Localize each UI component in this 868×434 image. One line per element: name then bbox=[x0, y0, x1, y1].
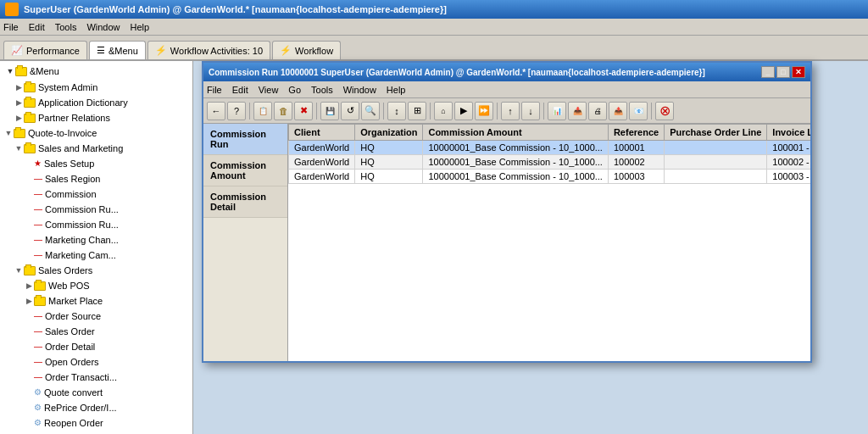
back-button[interactable]: ← bbox=[207, 102, 225, 120]
table-area[interactable]: Client Organization Commission Amount Re… bbox=[288, 124, 810, 361]
cell-commission: 10000001_Base Commission - 10_1000... bbox=[423, 141, 608, 155]
form-label-commission-run[interactable]: Commission Run bbox=[203, 124, 287, 155]
sidebar-item-order-source[interactable]: — Order Source bbox=[3, 309, 189, 324]
delete-button[interactable]: 🗑 bbox=[274, 102, 292, 120]
comm-menu-file[interactable]: File bbox=[207, 85, 222, 95]
cell-client: GardenWorld bbox=[289, 141, 355, 155]
cell-client: GardenWorld bbox=[289, 170, 355, 184]
table-row[interactable]: GardenWorld HQ 10000001_Base Commission … bbox=[289, 141, 811, 155]
cell-commission: 10000001_Base Commission - 10_1000... bbox=[423, 170, 608, 184]
sidebar-item-marketing-camp[interactable]: — Marketing Cam... bbox=[3, 248, 189, 263]
comm-menu-window[interactable]: Window bbox=[343, 85, 376, 95]
menu-tools[interactable]: Tools bbox=[55, 22, 77, 32]
workflow2-icon: ⚡ bbox=[280, 45, 292, 56]
export-button[interactable]: 📤 bbox=[609, 102, 627, 120]
save-button[interactable]: 💾 bbox=[320, 102, 339, 120]
table-row[interactable]: GardenWorld HQ 10000001_Base Commission … bbox=[289, 170, 811, 184]
sidebar-item-open-orders[interactable]: — Open Orders bbox=[3, 354, 189, 370]
sidebar-item-order-detail[interactable]: — Order Detail bbox=[3, 339, 189, 354]
sidebar-item-quote-convert[interactable]: ⚙ Quote convert bbox=[3, 385, 189, 400]
commission-toolbar: ← ? 📋 🗑 ✖ 💾 ↺ 🔍 ↕ ⊞ ⌂ ▶ ⏩ ↑ ↓ bbox=[203, 98, 810, 124]
new-button[interactable]: 📋 bbox=[253, 102, 272, 120]
menu-edit[interactable]: Edit bbox=[29, 22, 45, 32]
comm-menu-go[interactable]: Go bbox=[288, 85, 301, 95]
comm-menu-tools[interactable]: Tools bbox=[311, 85, 333, 95]
close-record-button[interactable]: ✖ bbox=[294, 102, 313, 120]
sidebar-root-label: &Menu bbox=[30, 66, 59, 76]
sidebar-item-marketing-chan[interactable]: — Marketing Chan... bbox=[3, 232, 189, 248]
web-pos-folder-icon bbox=[34, 281, 46, 291]
print-button[interactable]: 🖨 bbox=[588, 102, 607, 120]
close-button[interactable]: ✕ bbox=[792, 66, 805, 78]
minimize-button[interactable]: _ bbox=[761, 66, 775, 78]
system-admin-folder-icon bbox=[24, 83, 36, 92]
col-client: Client bbox=[289, 125, 355, 141]
menu-file[interactable]: File bbox=[3, 22, 19, 32]
form-label-commission-amount[interactable]: Commission Amount bbox=[203, 155, 287, 186]
form-label-commission-detail[interactable]: Commission Detail bbox=[203, 186, 287, 218]
sidebar-item-order-transact[interactable]: — Order Transacti... bbox=[3, 370, 189, 385]
chart-button[interactable]: 📊 bbox=[548, 102, 566, 120]
root-toggle: ▼ bbox=[5, 66, 15, 76]
sidebar-item-app-dict[interactable]: ▶ Application Dictionary bbox=[3, 95, 189, 110]
import-button[interactable]: 📥 bbox=[568, 102, 587, 120]
commission-menubar: File Edit View Go Tools Window Help bbox=[203, 81, 810, 98]
tab-performance[interactable]: 📈 Performance bbox=[3, 41, 87, 59]
sidebar-item-sales-order[interactable]: — Sales Order bbox=[3, 324, 189, 339]
commission-run1-icon: — bbox=[34, 203, 42, 216]
table-row[interactable]: GardenWorld HQ 10000001_Base Commission … bbox=[289, 155, 811, 170]
cancel-button[interactable]: ⊗ bbox=[655, 102, 674, 120]
cell-po-line bbox=[665, 170, 767, 184]
fast-forward-button[interactable]: ⏩ bbox=[475, 102, 493, 120]
sales-marketing-folder-icon bbox=[24, 144, 36, 153]
sidebar-root[interactable]: ▼ &Menu bbox=[3, 64, 189, 78]
sidebar-item-commission[interactable]: — Commission bbox=[3, 186, 189, 202]
sidebar-item-partner-rel[interactable]: ▶ Partner Relations bbox=[3, 110, 189, 125]
cell-org: HQ bbox=[355, 141, 423, 155]
menu-help[interactable]: Help bbox=[131, 22, 150, 32]
sidebar-item-order-batch[interactable]: ⚙ Order Batch Pr... bbox=[3, 431, 189, 434]
grid-button[interactable]: ⊞ bbox=[408, 102, 426, 120]
tb-sep7 bbox=[651, 103, 652, 120]
sidebar-item-quote-invoice[interactable]: ▼ Quote-to-Invoice bbox=[3, 125, 189, 141]
cell-invoice-line: 100003 - 2012-06-10 0 bbox=[767, 170, 810, 184]
tab-workflow-activities[interactable]: ⚡ Workflow Activities: 10 bbox=[147, 41, 270, 59]
sidebar-item-reprice-order[interactable]: ⚙ RePrice Order/I... bbox=[3, 400, 189, 415]
tab-menu[interactable]: ☰ &Menu bbox=[89, 41, 146, 59]
commission-icon: — bbox=[34, 187, 42, 201]
commission-window: Commission Run 10000001 SuperUser (Garde… bbox=[202, 61, 812, 363]
sidebar-item-web-pos[interactable]: ▶ Web POS bbox=[3, 278, 189, 293]
help-button[interactable]: ? bbox=[227, 102, 246, 120]
sidebar-item-system-admin[interactable]: ▶ System Admin bbox=[3, 80, 189, 95]
refresh-button[interactable]: ↺ bbox=[341, 102, 359, 120]
comm-menu-help[interactable]: Help bbox=[387, 85, 406, 95]
search-button[interactable]: 🔍 bbox=[361, 102, 380, 120]
cell-client: GardenWorld bbox=[289, 155, 355, 170]
col-commission-amount: Commission Amount bbox=[423, 125, 608, 141]
sidebar-item-sales-orders[interactable]: ▼ Sales Orders bbox=[3, 263, 189, 278]
main-tabs: 📈 Performance ☰ &Menu ⚡ Workflow Activit… bbox=[0, 36, 868, 61]
cell-invoice-line: 100001 - 2012-06-10 0 bbox=[767, 141, 810, 155]
email-button[interactable]: 📧 bbox=[629, 102, 648, 120]
marketing-chan-icon: — bbox=[34, 233, 42, 247]
comm-menu-view[interactable]: View bbox=[259, 85, 279, 95]
tab-workflow[interactable]: ⚡ Workflow bbox=[272, 41, 341, 59]
up-button[interactable]: ↑ bbox=[501, 102, 520, 120]
menu-window[interactable]: Window bbox=[86, 22, 120, 32]
home-button[interactable]: ⌂ bbox=[434, 102, 453, 120]
sidebar-item-commission-run1[interactable]: — Commission Ru... bbox=[3, 202, 189, 217]
maximize-button[interactable]: □ bbox=[776, 66, 790, 78]
zoom-button[interactable]: ↕ bbox=[387, 102, 406, 120]
sidebar-item-market-place[interactable]: ▶ Market Place bbox=[3, 293, 189, 309]
down-button[interactable]: ↓ bbox=[521, 102, 540, 120]
sidebar-item-reopen-order[interactable]: ⚙ Reopen Order bbox=[3, 415, 189, 431]
sidebar-item-commission-run2[interactable]: — Commission Ru... bbox=[3, 217, 189, 232]
sidebar-item-sales-region[interactable]: — Sales Region bbox=[3, 171, 189, 186]
main-title: SuperUser (GardenWorld Admin) @ GardenWo… bbox=[24, 4, 447, 14]
sales-order-icon: — bbox=[34, 325, 42, 338]
sidebar-item-sales-marketing[interactable]: ▼ Sales and Marketing bbox=[3, 141, 189, 156]
forward-button[interactable]: ▶ bbox=[454, 102, 473, 120]
comm-menu-edit[interactable]: Edit bbox=[232, 85, 248, 95]
commission-table: Client Organization Commission Amount Re… bbox=[288, 124, 810, 184]
sidebar-item-sales-setup[interactable]: ★ Sales Setup bbox=[3, 156, 189, 171]
